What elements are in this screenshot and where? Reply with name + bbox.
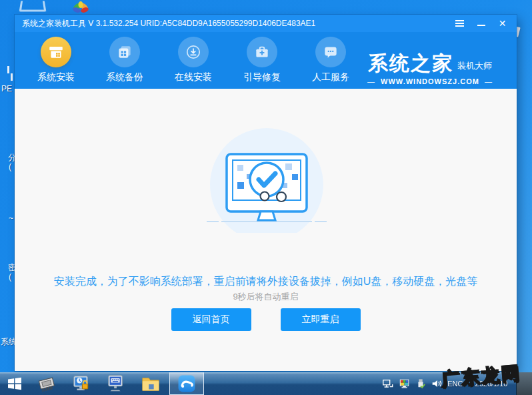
auto-restart-countdown: 9秒后将自动重启 bbox=[15, 291, 517, 303]
brand-site: WWW.WINDOWSZJ.COM bbox=[381, 77, 479, 85]
download-icon bbox=[178, 37, 209, 67]
desktop-icon-fragment bbox=[7, 66, 9, 73]
window-title: 系统之家装机工具 V 3.1.532.254 URID:A5C84DD9A165… bbox=[15, 18, 315, 29]
installer-window: 系统之家装机工具 V 3.1.532.254 URID:A5C84DD9A165… bbox=[15, 15, 517, 371]
taskbar-screen-lock-tool[interactable] bbox=[64, 372, 99, 395]
installer-swirl-icon bbox=[177, 374, 196, 393]
nav-label: 在线安装 bbox=[175, 71, 212, 83]
usb-tray-icon[interactable] bbox=[415, 372, 426, 395]
repair-toolbox-icon bbox=[247, 37, 277, 67]
menu-icon[interactable] bbox=[455, 19, 465, 29]
backup-layers-icon bbox=[109, 37, 140, 67]
nav-item-human-service[interactable]: 人工服务 bbox=[299, 32, 363, 83]
brand-dash-left: — bbox=[367, 77, 375, 85]
nav-label: 引导修复 bbox=[243, 71, 281, 83]
folder-icon bbox=[141, 374, 161, 394]
close-icon[interactable]: ✕ bbox=[497, 19, 507, 29]
desktop-icon-label: 系统 bbox=[1, 336, 15, 348]
monitor-keyboard-icon bbox=[106, 374, 126, 394]
taskbar-installer-app-active[interactable] bbox=[169, 372, 204, 395]
home-button[interactable]: 返回首页 bbox=[171, 308, 251, 331]
taskbar-chip-tool[interactable] bbox=[29, 372, 64, 395]
main-content: 安装完成，为了不影响系统部署，重启前请将外接设备拔掉，例如U盘，移动硬盘，光盘等… bbox=[15, 89, 517, 371]
nav-item-boot-repair[interactable]: 引导修复 bbox=[230, 32, 294, 83]
nav-bar: 系统安装 系统备份 bbox=[15, 32, 517, 89]
brand-logo: 系统之家 装机大师 — WWW.WINDOWSZJ.COM — bbox=[354, 53, 506, 85]
desktop-icon-label: PE bbox=[1, 84, 15, 93]
brand-name: 系统之家 bbox=[368, 53, 453, 73]
taskbar-file-explorer[interactable] bbox=[133, 372, 168, 395]
photo-app-icon[interactable] bbox=[70, 0, 91, 16]
network-tray-icon[interactable] bbox=[382, 372, 394, 395]
minimize-icon[interactable] bbox=[476, 19, 486, 29]
nav-label: 系统备份 bbox=[106, 71, 143, 83]
restart-button[interactable]: 立即重启 bbox=[281, 308, 361, 331]
display-tray-icon[interactable] bbox=[399, 372, 411, 395]
this-pc-icon[interactable] bbox=[19, 1, 47, 12]
completion-message: 安装完成，为了不影响系统部署，重启前请将外接设备拔掉，例如U盘，移动硬盘，光盘等 bbox=[15, 275, 517, 289]
install-complete-illustration bbox=[200, 126, 333, 236]
install-box-icon bbox=[41, 37, 71, 67]
screen: PE 分 ( ~ 密 ( 系统 系统之家装机工具 V 3.1.532.254 U… bbox=[0, 0, 532, 395]
memory-chip-icon bbox=[37, 374, 57, 394]
volume-tray-icon[interactable] bbox=[431, 372, 443, 395]
monitor-lock-icon bbox=[71, 374, 91, 394]
brand-dash-right: — bbox=[485, 77, 493, 85]
windows-logo-icon bbox=[7, 376, 23, 392]
taskbar-keyboard-tool[interactable] bbox=[99, 372, 133, 395]
start-button[interactable] bbox=[0, 372, 29, 395]
system-tray: ENG 2020/1/10 bbox=[382, 372, 516, 395]
nav-item-system-install[interactable]: 系统安装 bbox=[24, 32, 88, 83]
nav-label: 系统安装 bbox=[37, 71, 75, 83]
nav-item-system-backup[interactable]: 系统备份 bbox=[93, 32, 157, 83]
taskbar: ENG 2020/1/10 bbox=[0, 372, 532, 395]
clock-time-fragment: 5 bbox=[508, 373, 512, 380]
nav-item-online-install[interactable]: 在线安装 bbox=[161, 32, 225, 83]
desktop-icon-fragment bbox=[11, 73, 13, 81]
titlebar[interactable]: 系统之家装机工具 V 3.1.532.254 URID:A5C84DD9A165… bbox=[15, 15, 517, 32]
language-indicator[interactable]: ENG bbox=[447, 372, 463, 395]
show-desktop-button[interactable] bbox=[516, 372, 532, 395]
chat-bubble-icon bbox=[315, 37, 346, 67]
clock-date[interactable]: 2020/1/10 bbox=[471, 372, 512, 395]
nav-label: 人工服务 bbox=[312, 71, 349, 83]
brand-tagline: 装机大师 bbox=[457, 60, 492, 73]
